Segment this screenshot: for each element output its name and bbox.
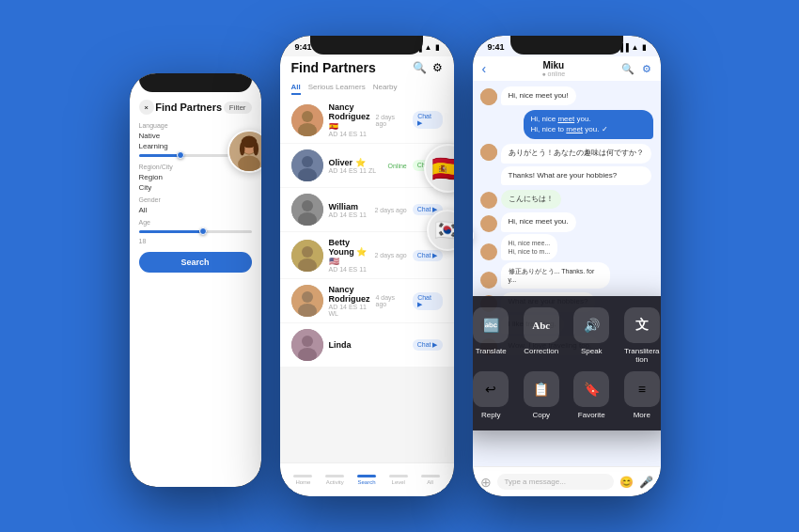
ctx-translate[interactable]: 🔤 Translate xyxy=(473,307,513,364)
avatar-linda xyxy=(291,329,323,361)
svg-point-6 xyxy=(253,142,258,156)
mic-icon[interactable]: 🎤 xyxy=(639,476,653,489)
ctx-transliteration[interactable]: 文 Transliteration xyxy=(620,307,661,364)
ctx-favorite[interactable]: 🔖 Favorite xyxy=(571,371,614,419)
ctx-copy[interactable]: 📋 Copy xyxy=(520,371,563,419)
svg-point-20 xyxy=(302,291,313,303)
ctx-reply[interactable]: ↩ Reply xyxy=(473,371,513,419)
nav-all[interactable]: All xyxy=(421,475,440,485)
p2-item-info: William AD 14 ES 11 xyxy=(329,202,369,218)
notch-3 xyxy=(510,36,623,55)
phone-filter: 9:41 ▐▐▐ ▲ ▮ × Find Partners Filter Lang… xyxy=(130,73,261,487)
nav-level[interactable]: Level xyxy=(389,475,408,485)
msg-2-bubble: Hi, nice meet you. Hi, nice to meet you.… xyxy=(524,110,653,139)
settings-icon-3[interactable]: ⚙ xyxy=(642,63,651,75)
p2-item-time: 2 days ago xyxy=(375,207,407,213)
spain-flag-emoji: 🇪🇸 xyxy=(426,146,454,191)
p1-title: Find Partners xyxy=(155,102,222,113)
p1-slider-thumb[interactable] xyxy=(177,151,184,159)
battery-icon-2: ▮ xyxy=(435,43,439,52)
phone-filter-screen: 9:41 ▐▐▐ ▲ ▮ × Find Partners Filter Lang… xyxy=(130,73,261,487)
tab-nearby[interactable]: Nearby xyxy=(373,81,398,95)
ctx-correction[interactable]: Abc Correction xyxy=(520,307,563,364)
p2-header-icons: 🔍 ⚙ xyxy=(413,61,443,74)
p2-chat-btn[interactable]: Chat ▶ xyxy=(413,111,442,129)
svg-point-14 xyxy=(302,200,313,211)
highlight-meet: meet xyxy=(557,115,574,123)
p1-age-thumb[interactable] xyxy=(199,227,207,235)
ctx-speak[interactable]: 🔊 Speak xyxy=(571,307,614,364)
time-2: 9:41 xyxy=(295,42,312,52)
search-icon-3[interactable]: 🔍 xyxy=(621,63,634,75)
msg-1-bubble: Hi, nice meet you! xyxy=(501,86,576,105)
favorite-label: Favorite xyxy=(578,411,605,419)
nav-activity[interactable]: Activity xyxy=(325,475,344,485)
svg-point-11 xyxy=(302,156,313,167)
msg-1-avatar xyxy=(480,88,497,105)
filter-icon-2[interactable]: ⚙ xyxy=(432,61,443,74)
copy-label: Copy xyxy=(532,411,550,419)
translate-label: Translate xyxy=(476,347,507,355)
p2-item-time: Online xyxy=(388,163,407,169)
p3-messages-container: Hi, nice meet you! Hi, nice meet you. Hi… xyxy=(473,81,661,496)
p2-chat-btn[interactable]: Chat ▶ xyxy=(413,292,442,310)
p2-item-time: 2 days ago xyxy=(375,252,407,258)
nav-search-icon xyxy=(357,475,376,477)
p2-chat-btn[interactable]: Chat ▶ xyxy=(413,339,443,351)
more-label: More xyxy=(634,411,650,419)
p2-item-info: Oliver ⭐ AD 14 ES 11 ZL xyxy=(329,158,383,174)
floating-correction[interactable]: ✓ Correction xyxy=(473,227,474,244)
nav-home[interactable]: Home xyxy=(293,475,312,485)
phone-chat: 9:41 ▐▐▐ ▲ ▮ ‹ Miku ● online 🔍 ⚙ xyxy=(473,36,661,496)
p2-chat-btn[interactable]: Chat ▶ xyxy=(413,250,443,261)
search-icon-2[interactable]: 🔍 xyxy=(413,61,427,74)
list-item[interactable]: Linda Chat ▶ xyxy=(280,323,454,367)
avatar-betty xyxy=(291,240,323,272)
p2-item-info: Nancy Rodriguez 🇪🇸 AD 14 ES 11 xyxy=(329,102,370,137)
nav-search[interactable]: Search xyxy=(357,475,376,485)
tab-all[interactable]: All xyxy=(291,81,301,95)
korea-flag-emoji: 🇰🇷 xyxy=(429,211,454,249)
p1-close-btn[interactable]: × xyxy=(139,100,154,115)
jp-messages: ありがとう！あなたの趣味は何ですか？ Thanks! What are your… xyxy=(501,144,651,185)
nav-activity-icon xyxy=(325,475,344,477)
speak-icon: 🔊 xyxy=(573,307,609,343)
p1-age-slider[interactable] xyxy=(139,230,252,233)
p1-search-btn[interactable]: Search xyxy=(139,252,252,273)
list-item[interactable]: Nancy Rodriguez AD 14 ES 11 WL 4 days ag… xyxy=(280,279,454,322)
msg-nicemeet-bubble: Hi, nice meet you. xyxy=(501,212,576,231)
reply-icon: ↩ xyxy=(473,371,509,407)
msg-1-row: Hi, nice meet you! xyxy=(480,86,610,105)
ctx-more[interactable]: ≡ More xyxy=(620,371,661,419)
p2-item-name: Betty Young ⭐ 🇺🇸 xyxy=(329,238,369,266)
jp-avatar xyxy=(480,144,497,161)
emoji-icon[interactable]: 😊 xyxy=(619,476,634,489)
meet-avatar xyxy=(480,215,497,232)
svg-point-23 xyxy=(302,336,313,347)
context-menu: 🔤 Translate Abc Correction 🔊 Speak xyxy=(473,296,661,430)
p1-header: × Find Partners Filter xyxy=(130,94,261,118)
correction-label: Correction xyxy=(524,347,558,355)
main-container: 9:41 ▐▐▐ ▲ ▮ × Find Partners Filter Lang… xyxy=(0,0,799,532)
msg-correction-bubble: Hi, nice mee...Hi, nice to m... xyxy=(501,234,558,260)
p3-message-input[interactable]: Type a message... xyxy=(497,474,614,490)
msg-thanks: 修正ありがとう... Thanks. for y... xyxy=(480,262,610,289)
msg-2: Hi, nice meet you. Hi, nice to meet you.… xyxy=(524,110,653,139)
p3-header: ‹ Miku ● online 🔍 ⚙ xyxy=(473,56,661,81)
favorite-icon: 🔖 xyxy=(573,371,609,407)
msg-jp-bubble: こんにちは！ xyxy=(501,190,561,209)
add-icon[interactable]: ⊕ xyxy=(480,475,492,490)
list-item[interactable]: Betty Young ⭐ 🇺🇸 AD 14 ES 11 2 days ago … xyxy=(280,232,454,278)
p2-item-name: William xyxy=(329,202,369,211)
list-item[interactable]: Nancy Rodriguez 🇪🇸 AD 14 ES 11 2 days ag… xyxy=(280,97,454,143)
p2-item-name: Oliver ⭐ xyxy=(329,158,383,167)
translate-icon: 🔤 xyxy=(473,307,509,343)
p1-age-label: Age xyxy=(130,215,261,227)
transliteration-label: Transliteration xyxy=(624,347,660,364)
p1-filter-btn[interactable]: Filter xyxy=(224,102,252,114)
svg-point-26 xyxy=(480,144,497,161)
msg-1: Hi, nice meet you! xyxy=(480,86,610,105)
tab-serious[interactable]: Serious Learners xyxy=(308,81,366,95)
p2-item-time: 4 days ago xyxy=(376,294,408,307)
wifi-icon-3: ▲ xyxy=(632,43,639,52)
